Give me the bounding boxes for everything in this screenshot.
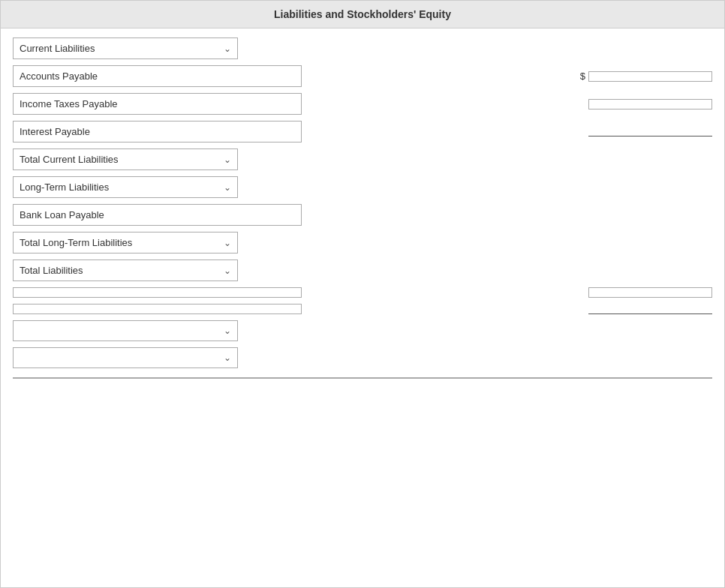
dollar-sign: $ (580, 70, 585, 82)
left-col: Income Taxes Payable (13, 93, 335, 115)
row-total-long-term: Total Long-Term Liabilities ⌄ (13, 232, 712, 254)
page-container: Liabilities and Stockholders' Equity Cur… (0, 0, 725, 588)
row-accounts-payable: Accounts Payable $ (13, 65, 712, 87)
bank-loan-label: Bank Loan Payable (20, 209, 104, 220)
section-title: Liabilities and Stockholders' Equity (274, 8, 451, 20)
empty-dropdown-2[interactable]: ⌄ (13, 347, 238, 368)
row-empty-1 (13, 287, 712, 298)
chevron-down-icon: ⌄ (224, 352, 231, 363)
row-empty-dropdown-1: ⌄ (13, 320, 712, 341)
right-col (335, 304, 712, 314)
left-col: Total Long-Term Liabilities ⌄ (13, 232, 335, 254)
chevron-down-icon: ⌄ (224, 326, 231, 336)
left-col: Long-Term Liabilities ⌄ (13, 176, 335, 198)
row-income-taxes: Income Taxes Payable (13, 93, 712, 115)
left-col: Accounts Payable (13, 65, 335, 87)
right-col (335, 127, 712, 136)
left-col: Current Liabilities ⌄ (13, 38, 335, 59)
row-bank-loan: Bank Loan Payable (13, 204, 712, 226)
chevron-down-icon: ⌄ (224, 182, 231, 193)
row-total-liabilities: Total Liabilities ⌄ (13, 260, 712, 281)
bottom-separator (13, 377, 712, 379)
accounts-payable-money: $ (580, 70, 712, 82)
left-col: ⌄ (13, 347, 335, 368)
empty-field-1[interactable] (13, 287, 302, 298)
right-col: $ (335, 70, 712, 82)
interest-payable-label: Interest Payable (20, 126, 90, 137)
content-area: Current Liabilities ⌄ Accounts Payable $ (1, 28, 724, 388)
row-interest-payable: Interest Payable (13, 121, 712, 142)
current-liabilities-label: Current Liabilities (20, 43, 95, 54)
empty-value-2[interactable] (588, 304, 712, 314)
income-taxes-field[interactable]: Income Taxes Payable (13, 93, 302, 115)
interest-payable-field[interactable]: Interest Payable (13, 121, 302, 142)
total-long-term-dropdown[interactable]: Total Long-Term Liabilities ⌄ (13, 232, 238, 254)
row-total-current-liabilities: Total Current Liabilities ⌄ (13, 148, 712, 170)
empty-field-2[interactable] (13, 304, 302, 314)
left-col (13, 304, 335, 314)
chevron-down-icon: ⌄ (224, 266, 231, 276)
bank-loan-field[interactable]: Bank Loan Payable (13, 204, 302, 226)
section-header: Liabilities and Stockholders' Equity (1, 1, 724, 28)
total-current-liabilities-dropdown[interactable]: Total Current Liabilities ⌄ (13, 148, 238, 170)
left-col: ⌄ (13, 320, 335, 341)
empty-value-1[interactable] (588, 287, 712, 298)
chevron-down-icon: ⌄ (224, 154, 231, 165)
row-current-liabilities: Current Liabilities ⌄ (13, 38, 712, 59)
long-term-liabilities-label: Long-Term Liabilities (20, 182, 109, 193)
chevron-down-icon: ⌄ (224, 238, 231, 248)
total-liabilities-label: Total Liabilities (20, 265, 83, 276)
empty-dropdown-1[interactable]: ⌄ (13, 320, 238, 341)
left-col: Total Current Liabilities ⌄ (13, 148, 335, 170)
left-col: Total Liabilities ⌄ (13, 260, 335, 281)
right-col (335, 287, 712, 298)
total-long-term-label: Total Long-Term Liabilities (20, 237, 132, 248)
row-empty-dropdown-2: ⌄ (13, 347, 712, 368)
total-liabilities-dropdown[interactable]: Total Liabilities ⌄ (13, 260, 238, 281)
accounts-payable-label: Accounts Payable (20, 70, 98, 82)
interest-payable-value[interactable] (588, 127, 712, 136)
row-empty-2 (13, 304, 712, 314)
accounts-payable-field[interactable]: Accounts Payable (13, 65, 302, 87)
long-term-liabilities-dropdown[interactable]: Long-Term Liabilities ⌄ (13, 176, 238, 198)
current-liabilities-dropdown[interactable]: Current Liabilities ⌄ (13, 38, 238, 59)
left-col: Interest Payable (13, 121, 335, 142)
left-col: Bank Loan Payable (13, 204, 335, 226)
total-current-liabilities-label: Total Current Liabilities (20, 154, 119, 165)
left-col (13, 287, 335, 298)
right-col (335, 99, 712, 110)
accounts-payable-value[interactable] (588, 71, 712, 82)
row-long-term-liabilities: Long-Term Liabilities ⌄ (13, 176, 712, 198)
chevron-down-icon: ⌄ (224, 44, 231, 54)
income-taxes-value[interactable] (588, 99, 712, 110)
income-taxes-label: Income Taxes Payable (20, 98, 118, 110)
